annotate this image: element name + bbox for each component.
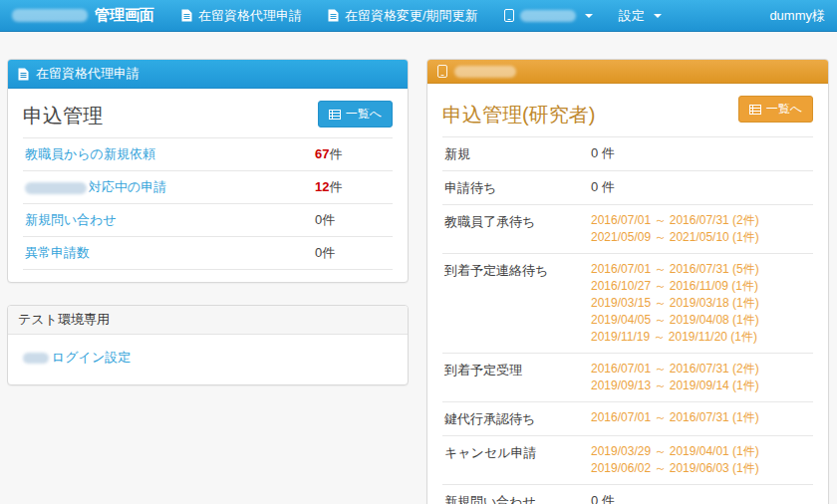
row-value: 2016/07/01 ～ 2016/07/31 (2件)2019/09/13 ～…: [591, 361, 811, 394]
date-range-link[interactable]: 2021/05/09 ～ 2021/05/10 (1件): [591, 229, 811, 246]
date-range-link[interactable]: 2019/09/13 ～ 2019/09/14 (1件): [591, 378, 811, 394]
navbar-brand-label: 管理画面: [95, 6, 154, 25]
nav-dropdown-settings[interactable]: 設定: [606, 0, 675, 31]
row-value-text: 0 件: [591, 179, 615, 194]
panel-header-plain: テスト環境専用: [8, 306, 408, 335]
list-view-button[interactable]: 一覧へ: [738, 96, 813, 123]
file-text-icon: [18, 68, 29, 81]
nav-item-residence-change-renewal[interactable]: 在留資格変更/期間更新: [315, 0, 491, 31]
date-range-link[interactable]: 2016/07/01 ～ 2016/07/31 (1件): [591, 409, 811, 426]
row-label: 到着予定受理: [444, 361, 591, 379]
date-range-link[interactable]: 2016/07/01 ～ 2016/07/31 (2件): [591, 361, 811, 378]
row-label: 新規: [444, 144, 591, 163]
row-label: 教職員了承待ち: [444, 212, 591, 231]
date-range-link[interactable]: 2019/11/19 ～ 2019/11/20 (1件): [591, 329, 811, 346]
row-label: 申請待ち: [444, 178, 591, 197]
summary-row: 教職員からの新規依頼67件: [23, 138, 393, 171]
row-count: 0件: [315, 244, 391, 262]
count-unit: 件: [329, 179, 342, 194]
section-title: 申込管理(研究者): [442, 96, 595, 128]
row-value: 2016/07/01 ～ 2016/07/31 (2件)2021/05/09 ～…: [591, 212, 811, 246]
row-label-link[interactable]: 新規問い合わせ: [25, 211, 315, 229]
summary-row: 鍵代行承認待ち2016/07/01 ～ 2016/07/31 (1件): [442, 402, 813, 436]
login-settings-link[interactable]: ログイン設定: [23, 350, 131, 365]
navbar-menu: 在留資格代理申請 在留資格変更/期間更新 設定: [168, 0, 675, 31]
summary-row: 新規問い合わせ0件: [23, 204, 393, 237]
summary-row: 異常申請数0件: [23, 237, 393, 270]
row-value: 2016/07/01 ～ 2016/07/31 (5件)2016/10/27 ～…: [591, 261, 811, 346]
summary-row: 教職員了承待ち2016/07/01 ～ 2016/07/31 (2件)2021/…: [442, 205, 813, 254]
row-value: 0 件: [591, 492, 811, 504]
redacted-link-prefix: [23, 353, 49, 364]
summary-row: 到着予定連絡待ち2016/07/01 ～ 2016/07/31 (5件)2016…: [442, 254, 813, 354]
date-range-link[interactable]: 2016/10/27 ～ 2016/11/09 (1件): [591, 278, 811, 295]
nav-item-residence-proxy-application[interactable]: 在留資格代理申請: [168, 0, 315, 31]
row-label-link[interactable]: 対応中の申請: [25, 178, 315, 196]
date-range-link[interactable]: 2019/04/05 ～ 2019/04/08 (1件): [591, 312, 811, 329]
right-column: 申込管理(研究者) 一覧へ 新規0 件申請待ち0 件教職員了承待ち2016/07…: [426, 59, 829, 504]
section-researcher: 申込管理(研究者) 一覧へ 新規0 件申請待ち0 件教職員了承待ち2016/07…: [442, 96, 813, 504]
summary-row: 到着予定受理2016/07/01 ～ 2016/07/31 (2件)2019/0…: [442, 354, 813, 402]
summary-rows: 教職員からの新規依頼67件対応中の申請12件新規問い合わせ0件異常申請数0件: [23, 137, 393, 270]
row-count: 0件: [315, 211, 391, 229]
main-content: 在留資格代理申請 申込管理 一覧へ 教職員からの新規依頼67件対応中の申請12件…: [0, 32, 837, 504]
section-rows: 新規0 件申請待ち0 件教職員了承待ち2016/07/01 ～ 2016/07/…: [442, 136, 813, 504]
navbar-brand[interactable]: 管理画面: [12, 6, 154, 25]
row-label-link[interactable]: 教職員からの新規依頼: [25, 145, 315, 163]
list-view-button[interactable]: 一覧へ: [318, 101, 393, 127]
date-range-link[interactable]: 2019/06/02 ～ 2019/06/03 (1件): [591, 460, 811, 477]
redacted-label-prefix: [25, 182, 87, 194]
chevron-down-icon: [585, 14, 593, 18]
file-text-icon: [328, 9, 339, 22]
nav-item-label: 在留資格代理申請: [198, 7, 302, 25]
panel-header-orange: [427, 60, 828, 84]
row-count: 12件: [315, 178, 391, 196]
panel-header-blue: 在留資格代理申請: [8, 60, 408, 89]
panel-residence-proxy-application: 在留資格代理申請 申込管理 一覧へ 教職員からの新規依頼67件対応中の申請12件…: [7, 59, 409, 283]
navbar-user[interactable]: dummy様: [769, 7, 825, 25]
panel-test-environment: テスト環境専用 ログイン設定: [7, 305, 409, 385]
count-unit: 件: [329, 146, 342, 161]
list-view-button-label: 一覧へ: [766, 101, 802, 118]
row-label: キャンセル申請: [444, 443, 591, 462]
date-range-link[interactable]: 2019/03/15 ～ 2019/03/18 (1件): [591, 295, 811, 312]
list-icon: [329, 110, 341, 120]
summary-row: キャンセル申請2019/03/29 ～ 2019/04/01 (1件)2019/…: [442, 436, 813, 485]
date-range-link[interactable]: 2019/03/29 ～ 2019/04/01 (1件): [591, 443, 811, 460]
row-value: 0 件: [591, 178, 811, 196]
row-label-link[interactable]: 異常申請数: [25, 244, 315, 262]
count-unit: 件: [322, 245, 335, 260]
tablet-icon: [504, 9, 514, 22]
nav-item-label: 設定: [619, 7, 645, 25]
panel-header-label: 在留資格代理申請: [36, 65, 140, 83]
row-value: 2019/03/29 ～ 2019/04/01 (1件)2019/06/02 ～…: [591, 443, 811, 477]
list-icon: [749, 105, 761, 115]
file-text-icon: [181, 9, 192, 22]
nav-dropdown-redacted-module[interactable]: [491, 0, 606, 31]
row-label: 到着予定連絡待ち: [444, 261, 591, 280]
page-title: 申込管理: [23, 101, 103, 129]
row-label: 新規問い合わせ: [444, 492, 591, 504]
redacted-nav-text: [520, 10, 576, 22]
row-value: 2016/07/01 ～ 2016/07/31 (1件): [591, 409, 811, 426]
row-value-text: 0 件: [591, 145, 615, 160]
summary-row: 新規問い合わせ0 件: [442, 485, 813, 504]
date-range-link[interactable]: 2016/07/01 ～ 2016/07/31 (5件): [591, 261, 811, 278]
count-number: 12: [315, 179, 329, 194]
count-number: 67: [315, 146, 329, 161]
row-count: 67件: [315, 145, 391, 163]
summary-row: 申請待ち0 件: [442, 171, 813, 205]
left-column: 在留資格代理申請 申込管理 一覧へ 教職員からの新規依頼67件対応中の申請12件…: [7, 59, 409, 407]
count-unit: 件: [322, 212, 335, 227]
summary-row: 新規0 件: [442, 137, 813, 171]
row-value-text: 0 件: [591, 493, 615, 504]
redacted-brand-text: [12, 9, 88, 22]
panel-header-label: テスト環境専用: [18, 311, 110, 329]
redacted-header-text: [454, 66, 516, 78]
login-settings-row: ログイン設定: [23, 345, 393, 373]
top-navbar: 管理画面 在留資格代理申請 在留資格変更/期間更新 設定 dummy様: [0, 0, 837, 32]
panel-redacted-module: 申込管理(研究者) 一覧へ 新規0 件申請待ち0 件教職員了承待ち2016/07…: [426, 59, 829, 504]
summary-row: 対応中の申請12件: [23, 171, 393, 204]
nav-item-label: 在留資格変更/期間更新: [345, 7, 478, 25]
date-range-link[interactable]: 2016/07/01 ～ 2016/07/31 (2件): [591, 212, 811, 229]
